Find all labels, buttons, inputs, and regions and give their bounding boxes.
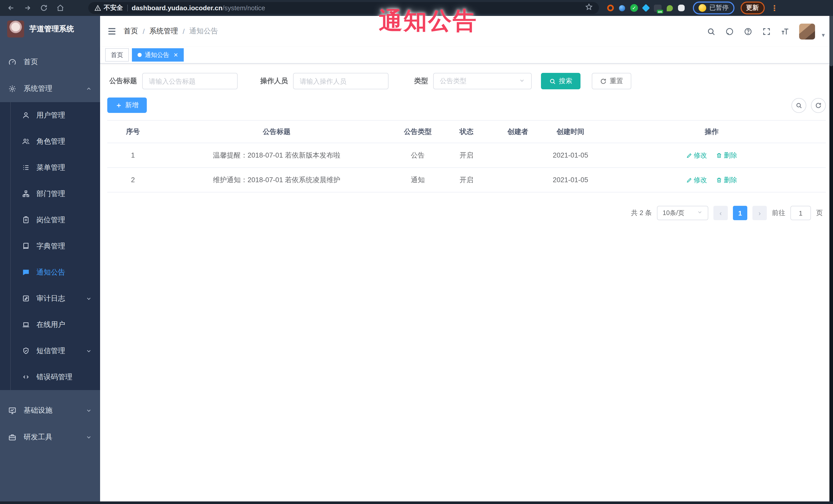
col-type: 公告类型 bbox=[395, 120, 441, 143]
sidebar-item-notice[interactable]: 通知公告 bbox=[11, 259, 100, 285]
sidebar-item-sms-mgmt[interactable]: 短信管理 bbox=[11, 338, 100, 364]
not-secure-warning[interactable]: 不安全 bbox=[94, 4, 123, 12]
tab-home[interactable]: 首页 bbox=[105, 48, 129, 62]
sidebar-item-menu-mgmt[interactable]: 菜单管理 bbox=[11, 154, 100, 181]
current-page-button[interactable]: 1 bbox=[733, 206, 747, 220]
avatar-caret-icon[interactable]: ▼ bbox=[821, 32, 826, 38]
github-icon[interactable] bbox=[725, 27, 734, 36]
cell-no: 1 bbox=[107, 143, 159, 168]
sidebar-item-label: 短信管理 bbox=[37, 346, 65, 355]
sidebar-item-dev-tools[interactable]: 研发工具 bbox=[0, 424, 100, 451]
help-icon[interactable] bbox=[744, 27, 753, 36]
sidebar-item-system[interactable]: 系统管理 bbox=[0, 75, 100, 102]
sidebar-item-online-users[interactable]: 在线用户 bbox=[11, 312, 100, 338]
reload-icon[interactable] bbox=[37, 1, 50, 15]
extension-blue-icon[interactable] bbox=[619, 5, 625, 11]
breadcrumb: 首页 / 系统管理 / 通知公告 bbox=[124, 27, 218, 36]
edit-link[interactable]: 修改 bbox=[686, 151, 707, 160]
tab-label: 通知公告 bbox=[145, 51, 169, 59]
toggle-search-button[interactable] bbox=[791, 98, 806, 113]
profile-paused-chip[interactable]: 已暂停 bbox=[693, 2, 734, 15]
extension-gem-icon[interactable] bbox=[642, 4, 650, 12]
page-scrollbar[interactable] bbox=[829, 16, 833, 504]
shield-icon bbox=[22, 347, 30, 355]
delete-link[interactable]: 删除 bbox=[716, 151, 737, 160]
notice-title-input[interactable] bbox=[142, 73, 238, 89]
extension-green-icon[interactable]: ✓ bbox=[630, 4, 638, 12]
sidebar-item-label: 角色管理 bbox=[37, 137, 65, 146]
edit-link[interactable]: 修改 bbox=[686, 175, 707, 185]
sidebar-item-dept-mgmt[interactable]: 部门管理 bbox=[11, 181, 100, 207]
sidebar-item-label: 系统管理 bbox=[24, 84, 52, 93]
home-icon[interactable] bbox=[53, 1, 67, 15]
browser-menu-icon[interactable]: ⋮ bbox=[771, 3, 778, 13]
chrome-update-button[interactable]: 更新 bbox=[740, 2, 764, 15]
cell-actions: 修改 删除 bbox=[597, 168, 826, 192]
emoji-avatar bbox=[698, 4, 706, 12]
sidebar-item-dict-mgmt[interactable]: 字典管理 bbox=[11, 233, 100, 259]
next-page-button[interactable]: › bbox=[753, 206, 767, 220]
col-no: 序号 bbox=[107, 120, 159, 143]
sidebar-item-infra[interactable]: 基础设施 bbox=[0, 397, 100, 424]
search-button[interactable]: 搜索 bbox=[541, 73, 580, 89]
sidebar-item-label: 错误码管理 bbox=[37, 373, 72, 382]
sidebar-item-post-mgmt[interactable]: 岗位管理 bbox=[11, 207, 100, 233]
address-bar[interactable]: 不安全 dashboard.yudao.iocoder.cn/system/no… bbox=[88, 2, 599, 14]
sidebar-item-error-code[interactable]: 错误码管理 bbox=[11, 364, 100, 390]
prev-page-button[interactable]: ‹ bbox=[713, 206, 728, 220]
reset-button-label: 重置 bbox=[610, 76, 623, 86]
cell-status: 开启 bbox=[441, 143, 492, 168]
operator-input[interactable] bbox=[293, 73, 388, 89]
cell-title: 温馨提醒：2018-07-01 若依新版本发布啦 bbox=[159, 143, 395, 168]
page-size-select[interactable]: 10条/页 bbox=[657, 206, 708, 220]
sidebar-item-user-mgmt[interactable]: 用户管理 bbox=[11, 102, 100, 128]
reset-button[interactable]: 重置 bbox=[592, 73, 631, 89]
sidebar-item-audit-log[interactable]: 审计日志 bbox=[11, 285, 100, 312]
cell-created: 2021-01-05 bbox=[544, 143, 597, 168]
breadcrumb-system[interactable]: 系统管理 bbox=[149, 27, 178, 36]
active-tab-dot bbox=[138, 53, 142, 57]
notice-type-select[interactable]: 公告类型 bbox=[433, 73, 532, 89]
extension-switch-icon[interactable]: on bbox=[654, 4, 662, 11]
chevron-up-icon bbox=[86, 86, 92, 92]
cell-type: 公告 bbox=[395, 143, 441, 168]
notice-table: 序号 公告标题 公告类型 状态 创建者 创建时间 操作 1 温馨提醒：2018- bbox=[107, 120, 826, 192]
user-avatar[interactable] bbox=[799, 23, 815, 39]
sidebar-item-label: 用户管理 bbox=[37, 111, 65, 120]
goto-page-input[interactable] bbox=[790, 206, 811, 220]
org-tree-icon bbox=[22, 190, 30, 198]
breadcrumb-separator: / bbox=[183, 27, 185, 35]
close-tab-icon[interactable]: ✕ bbox=[173, 52, 178, 58]
add-button[interactable]: 新增 bbox=[107, 97, 147, 113]
forward-icon[interactable] bbox=[21, 1, 34, 15]
col-created: 创建时间 bbox=[544, 120, 597, 143]
extension-orange-icon[interactable] bbox=[607, 5, 614, 11]
sidebar-item-role-mgmt[interactable]: 角色管理 bbox=[11, 128, 100, 154]
extensions-puzzle-icon[interactable] bbox=[678, 5, 685, 11]
cell-created: 2021-01-05 bbox=[544, 168, 597, 192]
extension-leaf-icon[interactable] bbox=[667, 5, 673, 11]
warning-icon bbox=[94, 5, 101, 11]
id-badge-icon bbox=[22, 216, 30, 224]
sidebar-item-home[interactable]: 首页 bbox=[0, 49, 100, 75]
page-url[interactable]: dashboard.yudao.iocoder.cn/system/notice bbox=[132, 4, 265, 12]
app-logo-row[interactable]: 芋道管理系统 bbox=[0, 16, 100, 42]
back-icon[interactable] bbox=[4, 1, 18, 15]
bookmark-star-icon[interactable] bbox=[585, 3, 593, 13]
refresh-table-button[interactable] bbox=[811, 98, 826, 113]
table-row: 1 温馨提醒：2018-07-01 若依新版本发布啦 公告 开启 2021-01… bbox=[107, 143, 826, 168]
app-title: 芋道管理系统 bbox=[29, 24, 74, 34]
search-icon[interactable] bbox=[707, 27, 715, 36]
delete-link[interactable]: 删除 bbox=[716, 175, 737, 185]
tab-notice[interactable]: 通知公告 ✕ bbox=[132, 48, 184, 62]
sidebar-item-label: 字典管理 bbox=[37, 241, 65, 251]
breadcrumb-home[interactable]: 首页 bbox=[124, 27, 138, 36]
scrollbar-thumb[interactable] bbox=[829, 16, 833, 66]
trash-icon bbox=[716, 152, 722, 158]
search-button-label: 搜索 bbox=[559, 76, 572, 86]
table-tools bbox=[791, 98, 826, 113]
collapse-menu-icon[interactable] bbox=[107, 27, 117, 36]
font-size-icon[interactable] bbox=[781, 27, 789, 36]
fullscreen-icon[interactable] bbox=[762, 27, 771, 36]
book-icon bbox=[22, 242, 30, 250]
